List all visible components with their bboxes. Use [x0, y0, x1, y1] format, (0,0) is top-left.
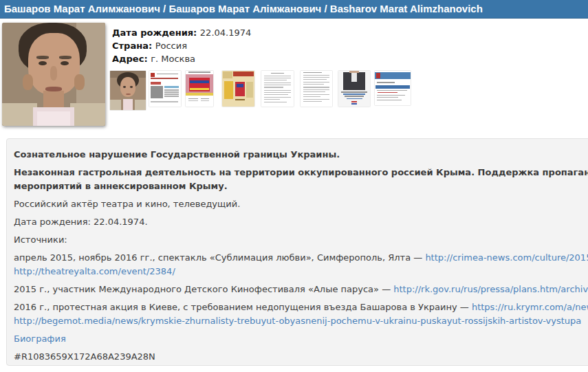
image-fragment — [303, 82, 330, 83]
panel-text-line: Сознательное нарушение Государственной г… — [14, 148, 588, 162]
image-fragment — [376, 73, 381, 79]
image-fragment — [151, 101, 178, 102]
panel-text: апрель 2015, ноябрь 2016 гг., спектакль … — [14, 252, 425, 263]
image-fragment — [164, 91, 179, 93]
panel-text-line: Биография — [14, 332, 588, 346]
image-fragment — [130, 86, 133, 88]
detail-label: Дата рождения: — [112, 28, 200, 38]
image-fragment — [190, 80, 208, 83]
panel-text-line: мероприятий в аннексированном Крыму. — [14, 179, 588, 193]
panel-paragraph: Российский актёр театра и кино, телеведу… — [14, 197, 588, 211]
image-fragment — [50, 66, 58, 80]
image-fragment — [378, 92, 398, 93]
source-link-crimea-news[interactable]: http://crimea-news.com/culture/2015 — [425, 252, 588, 263]
biography-link[interactable]: Биография — [14, 333, 66, 344]
page-content: Башаров Марат Алимжанович / Башаров Мара… — [0, 0, 588, 372]
detail-row: Дата рождения: 22.04.1974 — [112, 26, 251, 39]
detail-value: 22.04.1974 — [200, 28, 251, 38]
image-fragment — [377, 82, 395, 83]
image-fragment — [164, 89, 179, 91]
image-fragment — [110, 100, 121, 110]
image-fragment — [151, 78, 178, 79]
image-fragment — [264, 85, 291, 85]
image-fragment — [303, 89, 330, 90]
image-fragment — [264, 102, 287, 102]
image-fragment — [186, 93, 213, 96]
detail-row: Страна: Россия — [112, 39, 251, 52]
image-fragment — [74, 74, 85, 90]
source-link-krymr[interactable]: https://ru.krymr.com/a/new — [472, 302, 588, 312]
thumbnail-event-webpage[interactable] — [222, 71, 254, 107]
image-fragment — [377, 97, 398, 98]
panel-paragraph: Дата рождения: 22.04.1974. — [14, 215, 588, 229]
image-fragment — [343, 94, 365, 95]
panel-text: 2015 г., участник Международного Детског… — [14, 284, 393, 294]
image-fragment — [233, 72, 254, 76]
image-fragment — [188, 72, 210, 73]
image-fragment — [264, 76, 291, 76]
image-fragment — [61, 61, 69, 66]
source-link-rk-gov[interactable]: http://rk.gov.ru/rus/pressa/plans.htm/ar… — [393, 284, 588, 294]
image-fragment — [264, 94, 288, 95]
detail-row: Адрес: г. Москва — [112, 52, 251, 65]
panel-text-line: Дата рождения: 22.04.1974. — [14, 215, 588, 229]
thumbnail-theatre-poster[interactable] — [186, 71, 213, 107]
image-fragment — [237, 84, 243, 87]
panel-paragraph: 2015 г., участник Международного Детског… — [14, 283, 588, 296]
image-fragment — [164, 96, 179, 97]
image-fragment — [377, 95, 406, 96]
image-fragment — [303, 84, 324, 85]
image-fragment — [264, 83, 291, 83]
thumbnail-official-webpage[interactable] — [375, 71, 411, 105]
source-link-begemot[interactable]: http://begemot.media/news/krymskie-zhurn… — [14, 316, 581, 326]
image-fragment — [264, 80, 287, 80]
thumbnail-text-document-1[interactable] — [261, 71, 294, 107]
panel-text-line: Незаконная гастрольная деятельность на т… — [14, 166, 588, 179]
image-fragment — [157, 74, 178, 75]
image-fragment — [201, 100, 209, 102]
image-fragment — [135, 100, 146, 110]
panel-text: Российский актёр театра и кино, телеведу… — [14, 199, 240, 209]
image-fragment — [151, 82, 162, 85]
image-fragment — [151, 86, 163, 98]
panel-paragraph: Биография — [14, 332, 588, 346]
image-fragment — [303, 77, 330, 78]
thumbnail-portrait-photo[interactable] — [110, 71, 146, 110]
detail-value: Россия — [155, 41, 187, 51]
page-title: Башаров Марат Алимжанович / Башаров Мара… — [4, 3, 483, 14]
image-fragment — [23, 74, 33, 90]
image-fragment — [264, 90, 291, 91]
image-fragment — [377, 90, 407, 91]
panel-text: Источники: — [14, 234, 67, 245]
image-fragment — [2, 103, 37, 126]
image-fragment — [201, 98, 209, 100]
image-fragment — [28, 33, 80, 95]
image-fragment — [43, 91, 64, 107]
image-fragment — [345, 96, 364, 97]
info-panel: Сознательное нарушение Государственной г… — [6, 138, 588, 366]
profile-portrait-photo[interactable] — [2, 23, 105, 126]
image-fragment — [351, 103, 356, 105]
panel-text-line: http://theatreyalta.com/event/2384/ — [14, 265, 588, 278]
image-fragment — [264, 87, 283, 87]
image-fragment — [188, 98, 198, 100]
image-fragment — [36, 56, 49, 59]
image-fragment — [123, 86, 126, 88]
image-fragment — [223, 72, 232, 78]
image-fragment — [123, 99, 133, 110]
thumbnail-person-photo-page[interactable] — [338, 71, 370, 107]
thumbnail-text-document-2[interactable] — [301, 71, 332, 107]
image-fragment — [303, 91, 325, 92]
image-fragment — [188, 100, 198, 102]
source-link-theatreyalta[interactable]: http://theatreyalta.com/event/2384/ — [14, 266, 175, 276]
panel-text-line: #R1083659X172A68A239A28N — [14, 350, 588, 364]
image-fragment — [303, 101, 323, 102]
thumbnail-news-article[interactable] — [149, 71, 181, 107]
details-list: Дата рождения: 22.04.1974Страна: РоссияА… — [112, 26, 251, 65]
image-fragment — [347, 98, 362, 100]
panel-paragraph: Незаконная гастрольная деятельность на т… — [14, 166, 588, 193]
image-fragment — [246, 82, 252, 98]
panel-text-line: 2015 г., участник Международного Детског… — [14, 283, 588, 296]
image-fragment — [264, 99, 281, 100]
image-fragment — [303, 87, 330, 87]
